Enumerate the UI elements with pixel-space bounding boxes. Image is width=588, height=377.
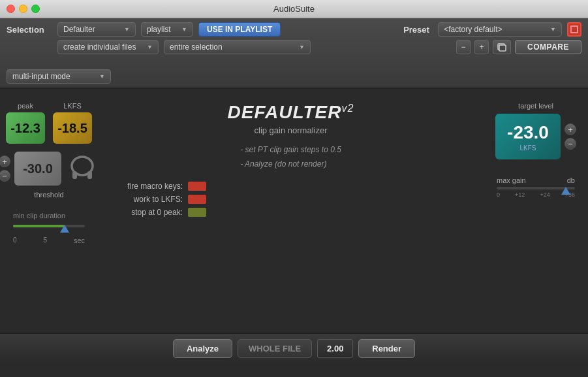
target-level-display: -23.0 LKFS [495,114,561,159]
work-to-lkfs-indicator[interactable] [188,195,206,204]
threshold-plus-button[interactable]: + [0,156,10,167]
traffic-lights [7,5,40,13]
svg-rect-4 [87,171,92,179]
app-title-area: DEFAULTERv2 [228,102,354,123]
fire-macro-row: fire macro keys: [111,182,484,191]
min-clip-slider[interactable]: 0 5 sec [13,225,85,244]
slider-track [13,225,85,227]
top-row-1: Selection Defaulter ▼ playlist ▼ USE IN … [7,22,581,37]
preset-label: Preset [403,25,433,35]
target-level-row: -23.0 LKFS + − [495,114,576,159]
max-gain-label: max gain [497,176,526,184]
stop-at-peak-label: stop at 0 peak: [111,208,183,217]
chevron-down-icon: ▼ [99,73,105,80]
use-in-playlist-button[interactable]: USE IN PLAYLIST [198,22,281,37]
threshold-minus-button[interactable]: − [0,170,10,182]
slider-thumb[interactable] [60,225,69,233]
app-subtitle: clip gain normalizer [255,125,328,135]
target-number: -23.0 [507,122,549,143]
right-panel: target level -23.0 LKFS + − max gain db [490,95,581,326]
peak-meter: peak -12.3 [6,102,45,144]
defaulter-dropdown[interactable]: Defaulter ▼ [57,22,136,37]
playlist-dropdown[interactable]: playlist ▼ [141,22,193,37]
target-plus-button[interactable]: + [565,123,576,135]
fire-macro-label: fire macro keys: [111,182,183,191]
instructions: - set PT clip gain steps to 0.5 - Analyz… [240,143,341,171]
chevron-down-icon: ▼ [181,26,187,33]
lkfs-value: -18.5 [53,112,92,144]
threshold-row: + − -30.0 [0,152,99,186]
bottom-bar: Analyze WHOLE FILE 2.00 Render [0,333,588,363]
title-bar: AudioSuite [0,0,588,18]
value-display: 2.00 [317,339,353,358]
render-button[interactable]: Render [358,339,415,358]
app-title: DEFAULTERv2 [228,102,354,122]
target-level-label: target level [518,102,553,110]
slider-fill [13,225,65,227]
selection-label: Selection [7,25,52,35]
lkfs-meter: LKFS -18.5 [53,102,92,144]
whole-file-button[interactable]: WHOLE FILE [238,339,312,358]
center-panel: DEFAULTERv2 clip gain normalizer - set P… [98,95,484,326]
db-thumb[interactable] [561,187,570,195]
main-content: peak -12.3 LKFS -18.5 + − -30.0 th [0,89,588,333]
min-clip-duration-label: min clip duration [13,212,65,220]
left-panel: peak -12.3 LKFS -18.5 + − -30.0 th [7,95,91,326]
db-slider[interactable]: 0 +12 +24 +36 [497,187,575,198]
plus-button[interactable]: + [474,40,489,54]
stop-at-peak-row: stop at 0 peak: [111,208,484,217]
compare-button[interactable]: COMPARE [515,40,581,54]
copy-button[interactable] [493,40,511,54]
meters-row: peak -12.3 LKFS -18.5 [6,102,92,144]
target-pm-controls: + − [565,123,576,150]
db-track [497,187,575,189]
selection-dropdown[interactable]: entire selection ▼ [164,40,311,54]
preset-dropdown[interactable]: <factory default> ▼ [438,22,562,37]
work-to-lkfs-row: work to LKFS: [111,195,484,204]
min-clip-duration-container: min clip duration 0 5 sec [13,209,85,244]
threshold-label: threshold [34,191,63,199]
peak-label: peak [18,102,33,110]
chevron-down-icon: ▼ [299,44,305,50]
lkfs-label: LKFS [63,102,82,110]
target-unit: LKFS [519,144,536,152]
work-to-lkfs-label: work to LKFS: [111,195,183,204]
record-button[interactable] [567,22,581,37]
minus-button[interactable]: − [456,40,471,54]
stop-at-peak-indicator[interactable] [188,208,206,217]
threshold-controls: + − [0,156,10,182]
record-icon [570,25,578,33]
top-row-3: multi-input mode ▼ [7,57,581,84]
mode-dropdown[interactable]: multi-input mode ▼ [7,69,111,84]
top-row-2: create individual files ▼ entire selecti… [7,40,581,54]
fire-macro-indicator[interactable] [188,182,206,191]
svg-rect-3 [72,171,77,179]
chevron-down-icon: ▼ [124,26,130,33]
controls-right: − + COMPARE [456,40,581,54]
threshold-value: -30.0 [14,152,61,186]
max-gain-header: max gain db [497,176,575,184]
slider-labels: 0 5 sec [13,237,85,244]
macro-controls: fire macro keys: work to LKFS: stop at 0… [98,182,484,217]
max-gain-container: max gain db 0 +12 +24 +36 [497,176,575,198]
maximize-button[interactable] [31,5,40,13]
copy-icon [497,42,507,52]
window-title: AudioSuite [273,4,315,14]
headphones-icon [65,152,99,186]
files-dropdown[interactable]: create individual files ▼ [57,40,159,54]
chevron-down-icon: ▼ [147,44,153,50]
chevron-down-icon: ▼ [550,26,556,33]
target-minus-button[interactable]: − [565,138,576,150]
peak-value: -12.3 [6,112,45,144]
analyze-button[interactable]: Analyze [173,339,232,358]
minimize-button[interactable] [19,5,27,13]
top-controls: Selection Defaulter ▼ playlist ▼ USE IN … [0,18,588,89]
close-button[interactable] [7,5,15,13]
db-unit-label: db [567,176,575,184]
svg-rect-1 [499,45,506,51]
